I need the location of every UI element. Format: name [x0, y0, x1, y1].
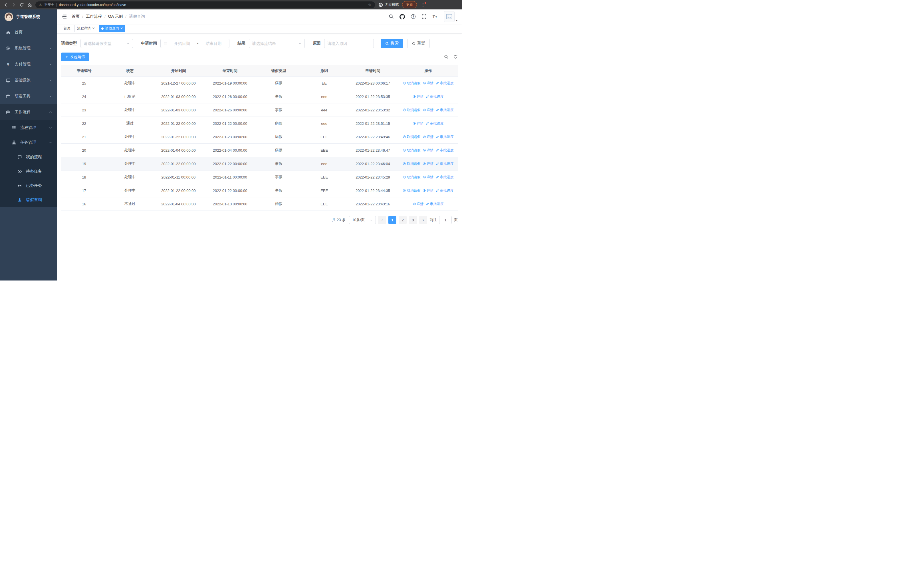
audit-progress-link[interactable]: 审批进度	[426, 202, 444, 206]
end-date-input[interactable]	[201, 39, 226, 48]
detail-link[interactable]: 详情	[423, 81, 434, 86]
goto-page-input[interactable]	[442, 216, 448, 224]
sidebar-item-infrastructure[interactable]: 基础设施	[0, 72, 57, 88]
page-button-3[interactable]: 3	[409, 216, 417, 224]
leave-table-body: 25处理中2021-12-27 00:00:002022-01-19 00:00…	[61, 77, 458, 211]
breadcrumb-item-oa-example[interactable]: OA 示例	[108, 14, 123, 19]
audit-progress-link[interactable]: 审批进度	[436, 108, 453, 113]
refresh-table-icon[interactable]	[453, 54, 458, 59]
sidebar-item-task-management[interactable]: 任务管理	[0, 135, 57, 150]
audit-progress-link[interactable]: 审批进度	[436, 188, 453, 193]
leave-type-select[interactable]	[81, 39, 133, 48]
page-button-2[interactable]: 2	[399, 216, 406, 224]
cell-actions: 取消请假详情审批进度	[399, 148, 458, 153]
app-logo[interactable]: 芋道管理系统	[0, 9, 57, 24]
audit-progress-link[interactable]: 审批进度	[436, 135, 453, 139]
leave-type-input[interactable]	[84, 39, 125, 48]
browser-home-icon[interactable]	[27, 3, 32, 7]
cell-leave-type: 事假	[256, 107, 302, 113]
detail-link[interactable]: 详情	[423, 135, 434, 139]
tab-home[interactable]: 首页	[61, 25, 73, 32]
cell-start-time: 2022-01-03 00:00:00	[153, 108, 204, 112]
audit-progress-link[interactable]: 审批进度	[436, 81, 453, 86]
update-button[interactable]: 更新	[402, 1, 417, 8]
result-input[interactable]	[252, 39, 297, 48]
breadcrumb-item-workflow[interactable]: 工作流程	[86, 14, 102, 19]
security-warning-icon[interactable]: ⚠	[39, 3, 42, 7]
sidebar-item-payment[interactable]: ¥ 支付管理	[0, 56, 57, 72]
font-size-icon[interactable]: TT	[432, 14, 438, 19]
github-icon[interactable]	[399, 14, 405, 20]
detail-link[interactable]: 详情	[412, 202, 423, 206]
detail-link[interactable]: 详情	[423, 188, 434, 193]
toggle-search-icon[interactable]	[444, 54, 448, 59]
audit-progress-link[interactable]: 审批进度	[426, 94, 444, 99]
search-button[interactable]: 搜索	[381, 39, 403, 48]
close-icon[interactable]: ✕	[120, 27, 123, 30]
detail-link[interactable]: 详情	[412, 121, 423, 126]
audit-progress-link[interactable]: 审批进度	[436, 175, 453, 180]
apply-time-range-picker[interactable]: -	[160, 39, 230, 48]
cell-reason: EEE	[302, 175, 347, 179]
tab-leave-query[interactable]: 请假查询 ✕	[99, 25, 125, 32]
reason-input[interactable]	[327, 39, 370, 48]
sidebar-item-home[interactable]: 首页	[0, 24, 57, 40]
reason-field[interactable]	[324, 39, 374, 48]
detail-link[interactable]: 详情	[423, 108, 434, 113]
sidebar-item-todo-tasks[interactable]: 待办任务	[0, 164, 57, 179]
prev-page-button[interactable]: ‹	[378, 216, 386, 224]
page-size-input[interactable]	[352, 216, 368, 224]
app-logo-avatar	[4, 12, 13, 21]
audit-progress-link[interactable]: 审批进度	[436, 161, 453, 166]
sidebar-item-system[interactable]: 系统管理	[0, 40, 57, 56]
sidebar-item-dev-tools[interactable]: 研发工具	[0, 88, 57, 104]
detail-link[interactable]: 详情	[423, 161, 434, 166]
cancel-leave-link[interactable]: 取消请假	[403, 175, 420, 180]
sidebar-item-leave-query[interactable]: 请假查询	[0, 193, 57, 207]
cancel-leave-link[interactable]: 取消请假	[403, 108, 420, 113]
browser-reload-icon[interactable]	[20, 3, 24, 7]
audit-progress-link[interactable]: 审批进度	[426, 121, 444, 126]
help-icon[interactable]: ?	[411, 14, 416, 19]
header-search-icon[interactable]	[388, 14, 394, 19]
avatar-broken-image-icon	[444, 11, 454, 22]
header-end-time: 结束时间	[204, 68, 256, 74]
create-leave-button[interactable]: 发起请假	[61, 53, 89, 61]
url-text[interactable]: dashboard.yudao.iocoder.cn/bpm/oa/leave	[59, 3, 366, 7]
close-icon[interactable]: ✕	[92, 27, 95, 30]
reset-button[interactable]: 重置	[407, 39, 430, 48]
sidebar-item-done-tasks[interactable]: 已办任务	[0, 179, 57, 193]
next-page-button[interactable]: ›	[419, 216, 427, 224]
cancel-leave-link[interactable]: 取消请假	[403, 161, 420, 166]
detail-link[interactable]: 详情	[412, 94, 423, 99]
detail-link[interactable]: 详情	[423, 175, 434, 180]
goto-page-field[interactable]	[439, 216, 452, 224]
browser-back-icon[interactable]	[3, 3, 8, 7]
browser-forward-icon[interactable]	[11, 3, 16, 7]
table-row: 25处理中2021-12-27 00:00:002022-01-19 00:00…	[61, 77, 458, 90]
breadcrumb-item-home[interactable]: 首页	[72, 14, 80, 19]
sidebar-item-workflow[interactable]: 工作流程	[0, 104, 57, 120]
detail-link[interactable]: 详情	[423, 148, 434, 153]
tab-process-detail[interactable]: 流程详情 ✕	[75, 25, 97, 32]
fullscreen-icon[interactable]	[422, 14, 427, 19]
cancel-leave-link[interactable]: 取消请假	[403, 148, 420, 153]
user-avatar[interactable]: ▾	[444, 11, 458, 22]
sidebar-toggle-icon[interactable]	[62, 14, 67, 20]
sidebar-item-process-management[interactable]: 流程管理	[0, 120, 57, 135]
result-select[interactable]	[249, 39, 305, 48]
cancel-leave-link[interactable]: 取消请假	[403, 188, 420, 193]
cancel-leave-link[interactable]: 取消请假	[403, 135, 420, 139]
cell-status: 处理中	[107, 188, 153, 193]
audit-progress-link[interactable]: 审批进度	[436, 148, 453, 153]
browser-menu-icon[interactable]: ⋮	[420, 2, 426, 8]
cancel-leave-link[interactable]: 取消请假	[403, 81, 420, 86]
page-size-select[interactable]	[349, 216, 376, 224]
start-date-input[interactable]	[169, 39, 195, 48]
svg-text:?: ?	[412, 15, 414, 18]
sidebar-item-my-process[interactable]: 我的流程	[0, 150, 57, 164]
page-button-1[interactable]: 1	[388, 216, 396, 224]
page-content: 请假类型 申请时间 - 结果	[57, 33, 462, 281]
address-bar[interactable]: ⚠ 不安全 dashboard.yudao.iocoder.cn/bpm/oa/…	[35, 2, 375, 8]
bookmark-star-icon[interactable]: ☆	[368, 3, 372, 7]
